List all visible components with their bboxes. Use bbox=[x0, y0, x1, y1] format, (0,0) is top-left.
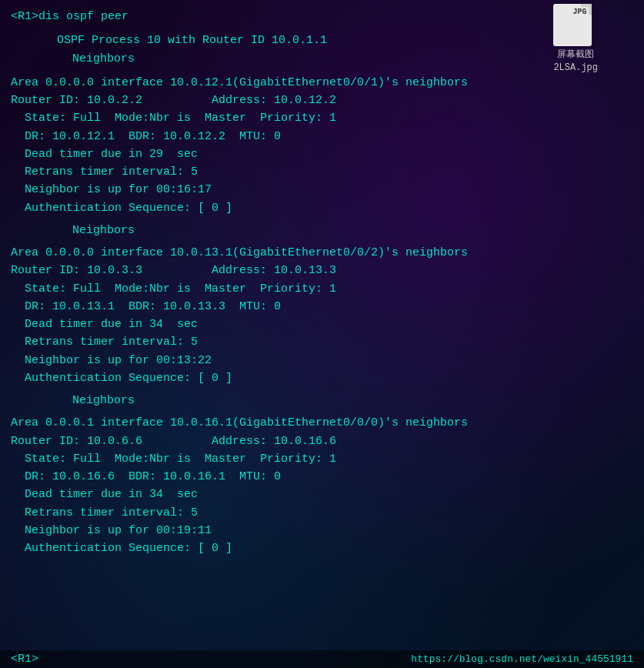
auth-line-1: Authentication Sequence: [ 0 ] bbox=[11, 199, 630, 217]
neighbors-header: Neighbors bbox=[11, 50, 630, 68]
dead-line-3: Dead timer due in 34 sec bbox=[11, 486, 630, 503]
auth-line-2: Authentication Sequence: [ 0 ] bbox=[11, 369, 630, 387]
dr-line-1: DR: 10.0.12.1 BDR: 10.0.12.2 MTU: 0 bbox=[11, 128, 630, 145]
bottom-prompt: <R1> bbox=[11, 653, 38, 666]
auth-line-3: Authentication Sequence: [ 0 ] bbox=[11, 539, 630, 557]
dead-line-1: Dead timer due in 29 sec bbox=[11, 145, 630, 163]
router-id-line-1: Router ID: 10.0.2.2 Address: 10.0.12.2 bbox=[11, 92, 630, 109]
state-line-1: State: Full Mode:Nbr is Master Priority:… bbox=[11, 109, 630, 127]
neighbors-separator-1: Neighbors bbox=[11, 222, 630, 239]
area-line-1: Area 0.0.0.0 interface 10.0.12.1(Gigabit… bbox=[11, 74, 630, 92]
state-line-3: State: Full Mode:Nbr is Master Priority:… bbox=[11, 450, 630, 468]
terminal-content: <R1>dis ospf peer OSPF Process 10 with R… bbox=[0, 0, 644, 565]
file-name-label: 屏幕截图 bbox=[553, 48, 598, 61]
file-icon-container[interactable]: JPG 屏幕截图 2LSA.jpg bbox=[553, 4, 598, 73]
neighbor-up-line-3: Neighbor is up for 00:19:11 bbox=[11, 522, 630, 539]
area-line-3: Area 0.0.0.1 interface 10.0.16.1(Gigabit… bbox=[11, 414, 630, 432]
ospf-block-3: Area 0.0.0.1 interface 10.0.16.1(Gigabit… bbox=[11, 414, 630, 557]
neighbor-up-line-1: Neighbor is up for 00:16:17 bbox=[11, 181, 630, 199]
router-id-line-2: Router ID: 10.0.3.3 Address: 10.0.13.3 bbox=[11, 262, 630, 279]
process-header: OSPF Process 10 with Router ID 10.0.1.1 bbox=[11, 32, 630, 49]
retrans-line-1: Retrans timer interval: 5 bbox=[11, 163, 630, 181]
neighbor-up-line-2: Neighbor is up for 00:13:22 bbox=[11, 352, 630, 369]
top-prompt: <R1>dis ospf peer bbox=[11, 8, 630, 25]
dr-line-2: DR: 10.0.13.1 BDR: 10.0.13.3 MTU: 0 bbox=[11, 298, 630, 316]
url-text: https://blog.csdn.net/weixin_44551911 bbox=[411, 653, 633, 665]
ospf-block-2: Area 0.0.0.0 interface 10.0.13.1(Gigabit… bbox=[11, 244, 630, 387]
file-type-badge: JPG bbox=[570, 7, 589, 17]
neighbors-separator-2: Neighbors bbox=[11, 392, 630, 409]
router-id-line-3: Router ID: 10.0.6.6 Address: 10.0.16.6 bbox=[11, 433, 630, 450]
dr-line-3: DR: 10.0.16.6 BDR: 10.0.16.1 MTU: 0 bbox=[11, 468, 630, 486]
state-line-2: State: Full Mode:Nbr is Master Priority:… bbox=[11, 280, 630, 298]
dead-line-2: Dead timer due in 34 sec bbox=[11, 316, 630, 333]
file-thumbnail: JPG bbox=[553, 4, 592, 46]
file-filename-label: 2LSA.jpg bbox=[553, 62, 598, 73]
area-line-2: Area 0.0.0.0 interface 10.0.13.1(Gigabit… bbox=[11, 244, 630, 262]
retrans-line-3: Retrans timer interval: 5 bbox=[11, 504, 630, 522]
bottom-bar: <R1> https://blog.csdn.net/weixin_445519… bbox=[0, 650, 644, 668]
retrans-line-2: Retrans timer interval: 5 bbox=[11, 333, 630, 351]
ospf-block-1: Area 0.0.0.0 interface 10.0.12.1(Gigabit… bbox=[11, 74, 630, 217]
